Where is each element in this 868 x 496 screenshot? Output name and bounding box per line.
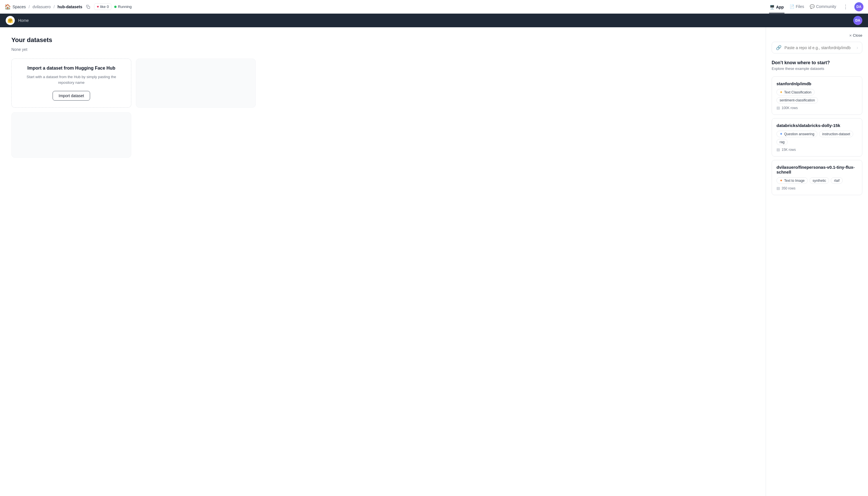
- content-area: Your datasets None yet Import a dataset …: [0, 27, 766, 496]
- tag-synthetic-label: synthetic: [812, 179, 826, 183]
- dataset-name-dolly: databricks/databricks-dolly-15k: [776, 123, 857, 128]
- rows-count-imdb: 100K rows: [781, 106, 798, 110]
- dataset-card-dolly[interactable]: databricks/databricks-dolly-15k ✦ Questi…: [772, 118, 862, 156]
- tag-sentiment-classification: sentiment-classification: [776, 97, 818, 104]
- repo-separator: /: [54, 4, 55, 9]
- dataset-card-finepersonas[interactable]: dvilasuero/finepersonas-v0.1-tiny-flux-s…: [772, 160, 862, 195]
- tag-qa-label: Question answering: [784, 132, 814, 136]
- search-arrow-icon[interactable]: ›: [857, 45, 858, 50]
- like-icon: ♥: [97, 4, 99, 9]
- panel-hint-title: Don't know where to start?: [772, 60, 862, 65]
- text-to-image-icon: ✦: [780, 179, 783, 183]
- top-nav-left: 🏠 Spaces / dvilasuero / hub-datasets ♥ l…: [4, 3, 766, 10]
- empty-card-bottom-left: [11, 112, 131, 158]
- rows-count-finepersonas: 350 rows: [781, 186, 795, 190]
- app-tab-label: App: [776, 5, 783, 10]
- rows-icon-finepersonas: ▤: [776, 186, 780, 190]
- tag-text-to-image-label: Text to Image: [784, 179, 805, 183]
- like-label: like: [100, 4, 106, 9]
- dataset-rows-dolly: ▤ 15K rows: [776, 148, 857, 152]
- like-button[interactable]: ♥ like 0: [94, 3, 111, 10]
- app-logo-emoji: 🤗: [7, 18, 13, 23]
- app-nav-right: DA: [853, 16, 862, 25]
- rows-count-dolly: 15K rows: [781, 148, 796, 152]
- tag-instruction-label: instruction-dataset: [822, 132, 850, 136]
- right-panel: × Close 🔗 › Don't know where to start? E…: [766, 27, 868, 496]
- app-user-avatar[interactable]: DA: [853, 16, 862, 25]
- spaces-emoji: 🏠: [4, 4, 11, 10]
- dataset-tags-finepersonas: ✦ Text to Image synthetic rlaif: [776, 177, 857, 184]
- empty-card-top-right: [136, 59, 256, 108]
- tag-rlaif: rlaif: [831, 177, 842, 184]
- tag-sentiment-label: sentiment-classification: [780, 98, 815, 102]
- spaces-link[interactable]: 🏠 Spaces: [4, 4, 26, 10]
- user-avatar[interactable]: DA: [854, 2, 864, 11]
- panel-header: × Close: [772, 33, 862, 38]
- tag-rag-label: rag: [780, 140, 785, 144]
- dataset-name-imdb: stanfordnlp/imdb: [776, 81, 857, 86]
- tag-rlaif-label: rlaif: [834, 179, 839, 183]
- tab-community[interactable]: 💬 Community: [809, 3, 837, 11]
- qa-icon: ✦: [780, 132, 783, 136]
- dataset-rows-imdb: ▤ 100K rows: [776, 106, 857, 110]
- repo-name: hub-datasets: [57, 4, 82, 9]
- top-nav: 🏠 Spaces / dvilasuero / hub-datasets ♥ l…: [0, 0, 868, 14]
- repo-search-box: 🔗 ›: [772, 42, 862, 53]
- import-card: Import a dataset from Hugging Face Hub S…: [11, 59, 131, 108]
- tag-text-classification: ✦ Text Classification: [776, 89, 814, 95]
- rows-icon-dolly: ▤: [776, 148, 780, 152]
- svg-rect-0: [88, 6, 90, 9]
- dataset-tags-imdb: ✦ Text Classification sentiment-classifi…: [776, 89, 857, 104]
- tag-synthetic: synthetic: [809, 177, 829, 184]
- import-dataset-button[interactable]: Import dataset: [52, 91, 90, 100]
- more-button[interactable]: ⋮: [841, 3, 850, 11]
- running-label: Running: [118, 4, 132, 9]
- text-classification-icon: ✦: [780, 90, 783, 94]
- repo-owner: dvilasuero: [33, 4, 51, 9]
- close-x-icon: ×: [849, 33, 852, 38]
- app-logo: 🤗: [6, 16, 15, 25]
- close-panel-button[interactable]: × Close: [849, 33, 862, 38]
- tab-files[interactable]: 📄 Files: [789, 3, 805, 11]
- main-layout: Your datasets None yet Import a dataset …: [0, 27, 868, 496]
- cards-grid: Import a dataset from Hugging Face Hub S…: [11, 59, 256, 158]
- running-badge: Running: [114, 4, 132, 9]
- repo-search-input[interactable]: [785, 45, 854, 50]
- app-nav: 🤗 Home DA: [0, 14, 868, 27]
- tag-text-classification-label: Text Classification: [784, 90, 811, 94]
- app-home-link[interactable]: Home: [18, 18, 29, 23]
- files-tab-label: Files: [796, 4, 804, 9]
- panel-hint-subtitle: Explore these example datasets: [772, 66, 862, 71]
- tag-text-to-image: ✦ Text to Image: [776, 177, 808, 184]
- running-dot: [114, 6, 117, 8]
- link-icon: 🔗: [776, 45, 781, 50]
- tab-app[interactable]: 🖥️ App: [769, 4, 784, 13]
- dataset-tags-dolly: ✦ Question answering instruction-dataset…: [776, 131, 857, 145]
- community-tab-label: Community: [816, 4, 836, 9]
- import-card-description: Start with a dataset from the Hub by sim…: [18, 74, 124, 85]
- rows-icon-imdb: ▤: [776, 106, 780, 110]
- tag-instruction-dataset: instruction-dataset: [819, 131, 853, 137]
- close-label: Close: [853, 33, 862, 37]
- tag-question-answering: ✦ Question answering: [776, 131, 818, 137]
- none-yet-label: None yet: [11, 47, 754, 52]
- files-tab-emoji: 📄: [790, 4, 794, 9]
- page-title: Your datasets: [11, 36, 754, 44]
- copy-repo-button[interactable]: [85, 4, 91, 10]
- import-card-title: Import a dataset from Hugging Face Hub: [27, 66, 115, 71]
- app-tab-emoji: 🖥️: [770, 5, 775, 10]
- nav-separator: /: [29, 4, 30, 9]
- top-nav-right: 🖥️ App 📄 Files 💬 Community ⋮ DA: [769, 2, 864, 11]
- tag-rag: rag: [776, 139, 788, 145]
- spaces-label: Spaces: [13, 4, 26, 9]
- dataset-card-imdb[interactable]: stanfordnlp/imdb ✦ Text Classification s…: [772, 76, 862, 115]
- dataset-name-finepersonas: dvilasuero/finepersonas-v0.1-tiny-flux-s…: [776, 165, 857, 174]
- community-tab-emoji: 💬: [810, 4, 814, 9]
- dataset-rows-finepersonas: ▤ 350 rows: [776, 186, 857, 190]
- like-count: 0: [107, 4, 109, 9]
